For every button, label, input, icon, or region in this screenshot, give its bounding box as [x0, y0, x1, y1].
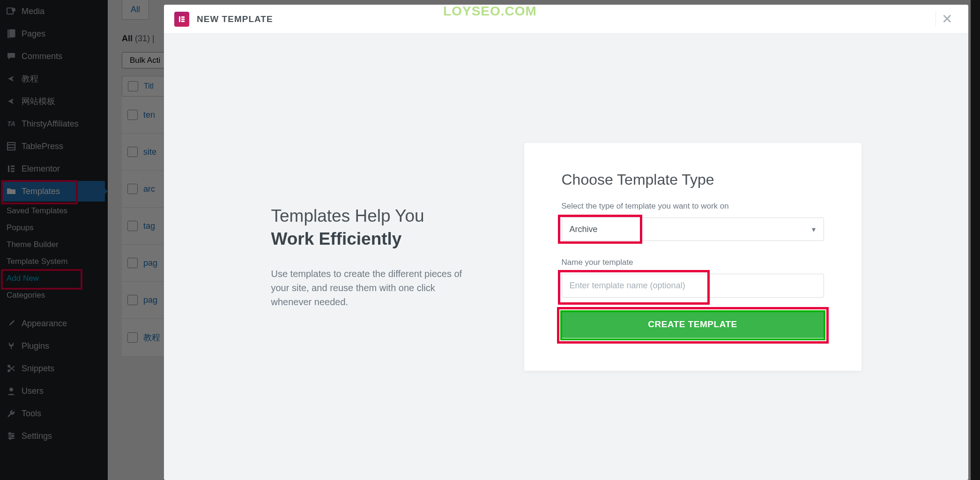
modal-intro-desc: Use templates to create the different pi…: [271, 267, 477, 309]
elementor-logo-icon: [174, 12, 189, 27]
template-type-select[interactable]: Archive: [562, 218, 824, 241]
modal-body: Templates Help You Work Efficiently Use …: [164, 34, 968, 480]
modal-header: NEW TEMPLATE ✕: [164, 5, 968, 34]
svg-rect-23: [181, 21, 185, 22]
template-name-label: Name your template: [562, 258, 824, 267]
modal-form-panel: Choose Template Type Select the type of …: [524, 143, 861, 371]
create-template-button[interactable]: CREATE TEMPLATE: [562, 311, 824, 338]
template-name-input[interactable]: [562, 274, 824, 298]
svg-rect-20: [179, 16, 180, 22]
template-type-label: Select the type of template you want to …: [562, 202, 824, 211]
new-template-modal: NEW TEMPLATE ✕ Templates Help You Work E…: [164, 5, 968, 480]
modal-left-panel: Templates Help You Work Efficiently Use …: [271, 205, 477, 308]
form-title: Choose Template Type: [562, 171, 824, 188]
svg-rect-21: [181, 16, 185, 18]
svg-rect-22: [181, 18, 185, 20]
close-button[interactable]: ✕: [935, 11, 958, 27]
modal-intro-title: Templates Help You Work Efficiently: [271, 205, 477, 250]
modal-title: NEW TEMPLATE: [197, 14, 273, 24]
close-icon: ✕: [942, 12, 952, 26]
